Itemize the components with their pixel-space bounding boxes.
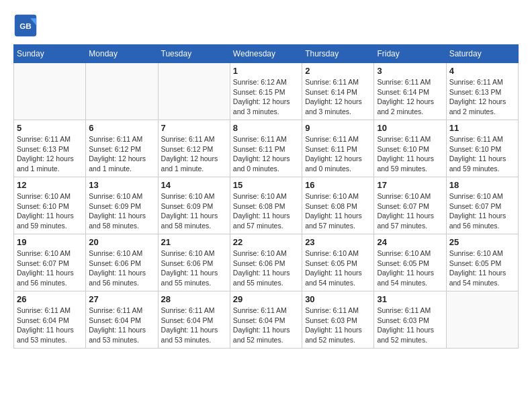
day-number: 20 <box>89 237 154 247</box>
weekday-header-wednesday: Wednesday <box>230 45 302 63</box>
day-number: 4 <box>449 66 515 76</box>
calendar-cell: 17Sunrise: 6:10 AM Sunset: 6:07 PM Dayli… <box>374 177 446 234</box>
calendar-cell: 15Sunrise: 6:10 AM Sunset: 6:08 PM Dayli… <box>230 177 302 234</box>
weekday-header-monday: Monday <box>86 45 158 63</box>
day-number: 14 <box>161 180 227 190</box>
calendar-cell: 22Sunrise: 6:10 AM Sunset: 6:06 PM Dayli… <box>230 234 302 291</box>
calendar-cell: 5Sunrise: 6:11 AM Sunset: 6:13 PM Daylig… <box>14 120 86 177</box>
day-number: 2 <box>305 66 371 76</box>
weekday-header-friday: Friday <box>374 45 446 63</box>
day-number: 27 <box>89 294 154 304</box>
day-info: Sunrise: 6:11 AM Sunset: 6:04 PM Dayligh… <box>89 306 154 345</box>
calendar: SundayMondayTuesdayWednesdayThursdayFrid… <box>13 44 519 349</box>
day-info: Sunrise: 6:11 AM Sunset: 6:13 PM Dayligh… <box>449 77 515 117</box>
day-info: Sunrise: 6:10 AM Sunset: 6:10 PM Dayligh… <box>17 191 83 231</box>
day-info: Sunrise: 6:10 AM Sunset: 6:05 PM Dayligh… <box>377 248 443 288</box>
page-header: GB <box>13 13 519 38</box>
day-number: 3 <box>377 66 443 76</box>
calendar-cell: 23Sunrise: 6:10 AM Sunset: 6:05 PM Dayli… <box>302 234 374 291</box>
calendar-cell: 16Sunrise: 6:10 AM Sunset: 6:08 PM Dayli… <box>302 177 374 234</box>
calendar-cell: 19Sunrise: 6:10 AM Sunset: 6:07 PM Dayli… <box>14 234 86 291</box>
day-number: 12 <box>17 180 83 190</box>
day-number: 5 <box>17 123 83 133</box>
day-info: Sunrise: 6:11 AM Sunset: 6:10 PM Dayligh… <box>377 134 443 174</box>
day-number: 25 <box>449 237 515 247</box>
calendar-cell: 21Sunrise: 6:10 AM Sunset: 6:06 PM Dayli… <box>158 234 230 291</box>
day-number: 11 <box>449 123 515 133</box>
day-number: 16 <box>305 180 371 190</box>
calendar-cell: 3Sunrise: 6:11 AM Sunset: 6:14 PM Daylig… <box>374 63 446 120</box>
day-info: Sunrise: 6:10 AM Sunset: 6:06 PM Dayligh… <box>233 248 299 288</box>
day-number: 22 <box>233 237 299 247</box>
calendar-cell: 4Sunrise: 6:11 AM Sunset: 6:13 PM Daylig… <box>446 63 518 120</box>
day-info: Sunrise: 6:10 AM Sunset: 6:08 PM Dayligh… <box>233 191 299 231</box>
day-info: Sunrise: 6:11 AM Sunset: 6:12 PM Dayligh… <box>161 134 227 174</box>
calendar-cell <box>446 291 518 349</box>
day-info: Sunrise: 6:10 AM Sunset: 6:06 PM Dayligh… <box>161 248 227 288</box>
day-info: Sunrise: 6:10 AM Sunset: 6:07 PM Dayligh… <box>377 191 443 231</box>
week-row-1: 1Sunrise: 6:12 AM Sunset: 6:15 PM Daylig… <box>14 63 519 120</box>
week-row-4: 19Sunrise: 6:10 AM Sunset: 6:07 PM Dayli… <box>14 234 519 291</box>
calendar-cell: 29Sunrise: 6:11 AM Sunset: 6:04 PM Dayli… <box>230 291 302 349</box>
day-number: 21 <box>161 237 227 247</box>
calendar-cell: 13Sunrise: 6:10 AM Sunset: 6:09 PM Dayli… <box>86 177 158 234</box>
week-row-2: 5Sunrise: 6:11 AM Sunset: 6:13 PM Daylig… <box>14 120 519 177</box>
calendar-cell: 31Sunrise: 6:11 AM Sunset: 6:03 PM Dayli… <box>374 291 446 349</box>
day-number: 26 <box>17 294 83 304</box>
day-info: Sunrise: 6:10 AM Sunset: 6:07 PM Dayligh… <box>449 191 515 231</box>
day-info: Sunrise: 6:11 AM Sunset: 6:11 PM Dayligh… <box>305 134 371 174</box>
week-row-5: 26Sunrise: 6:11 AM Sunset: 6:04 PM Dayli… <box>14 291 519 349</box>
day-number: 24 <box>377 237 443 247</box>
day-number: 29 <box>233 294 299 304</box>
calendar-cell: 2Sunrise: 6:11 AM Sunset: 6:14 PM Daylig… <box>302 63 374 120</box>
calendar-cell <box>158 63 230 120</box>
weekday-header-sunday: Sunday <box>14 45 86 63</box>
weekday-header-saturday: Saturday <box>446 45 518 63</box>
calendar-cell: 1Sunrise: 6:12 AM Sunset: 6:15 PM Daylig… <box>230 63 302 120</box>
day-info: Sunrise: 6:10 AM Sunset: 6:05 PM Dayligh… <box>305 248 371 288</box>
day-info: Sunrise: 6:11 AM Sunset: 6:03 PM Dayligh… <box>305 306 371 345</box>
day-number: 15 <box>233 180 299 190</box>
day-info: Sunrise: 6:11 AM Sunset: 6:14 PM Dayligh… <box>377 77 443 117</box>
day-number: 18 <box>449 180 515 190</box>
day-number: 10 <box>377 123 443 133</box>
day-info: Sunrise: 6:10 AM Sunset: 6:06 PM Dayligh… <box>89 248 154 288</box>
weekday-header-row: SundayMondayTuesdayWednesdayThursdayFrid… <box>14 45 519 63</box>
calendar-cell: 6Sunrise: 6:11 AM Sunset: 6:12 PM Daylig… <box>86 120 158 177</box>
day-info: Sunrise: 6:11 AM Sunset: 6:12 PM Dayligh… <box>89 134 154 174</box>
calendar-cell: 25Sunrise: 6:10 AM Sunset: 6:05 PM Dayli… <box>446 234 518 291</box>
calendar-cell: 24Sunrise: 6:10 AM Sunset: 6:05 PM Dayli… <box>374 234 446 291</box>
day-info: Sunrise: 6:11 AM Sunset: 6:14 PM Dayligh… <box>305 77 371 117</box>
day-number: 19 <box>17 237 83 247</box>
calendar-cell: 9Sunrise: 6:11 AM Sunset: 6:11 PM Daylig… <box>302 120 374 177</box>
calendar-cell: 11Sunrise: 6:11 AM Sunset: 6:10 PM Dayli… <box>446 120 518 177</box>
day-number: 1 <box>233 66 299 76</box>
calendar-cell: 28Sunrise: 6:11 AM Sunset: 6:04 PM Dayli… <box>158 291 230 349</box>
calendar-cell <box>86 63 158 120</box>
day-number: 7 <box>161 123 227 133</box>
day-number: 28 <box>161 294 227 304</box>
day-info: Sunrise: 6:10 AM Sunset: 6:05 PM Dayligh… <box>449 248 515 288</box>
day-info: Sunrise: 6:10 AM Sunset: 6:09 PM Dayligh… <box>161 191 227 231</box>
day-number: 9 <box>305 123 371 133</box>
calendar-cell: 14Sunrise: 6:10 AM Sunset: 6:09 PM Dayli… <box>158 177 230 234</box>
day-info: Sunrise: 6:11 AM Sunset: 6:13 PM Dayligh… <box>17 134 83 174</box>
day-number: 31 <box>377 294 443 304</box>
calendar-cell <box>14 63 86 120</box>
day-info: Sunrise: 6:10 AM Sunset: 6:09 PM Dayligh… <box>89 191 154 231</box>
calendar-cell: 30Sunrise: 6:11 AM Sunset: 6:03 PM Dayli… <box>302 291 374 349</box>
calendar-cell: 8Sunrise: 6:11 AM Sunset: 6:11 PM Daylig… <box>230 120 302 177</box>
day-info: Sunrise: 6:10 AM Sunset: 6:07 PM Dayligh… <box>17 248 83 288</box>
day-info: Sunrise: 6:11 AM Sunset: 6:11 PM Dayligh… <box>233 134 299 174</box>
calendar-cell: 20Sunrise: 6:10 AM Sunset: 6:06 PM Dayli… <box>86 234 158 291</box>
calendar-cell: 18Sunrise: 6:10 AM Sunset: 6:07 PM Dayli… <box>446 177 518 234</box>
weekday-header-thursday: Thursday <box>302 45 374 63</box>
logo-icon: GB <box>13 13 38 38</box>
logo: GB <box>13 13 40 38</box>
day-number: 8 <box>233 123 299 133</box>
calendar-cell: 27Sunrise: 6:11 AM Sunset: 6:04 PM Dayli… <box>86 291 158 349</box>
week-row-3: 12Sunrise: 6:10 AM Sunset: 6:10 PM Dayli… <box>14 177 519 234</box>
day-info: Sunrise: 6:10 AM Sunset: 6:08 PM Dayligh… <box>305 191 371 231</box>
calendar-cell: 26Sunrise: 6:11 AM Sunset: 6:04 PM Dayli… <box>14 291 86 349</box>
weekday-header-tuesday: Tuesday <box>158 45 230 63</box>
